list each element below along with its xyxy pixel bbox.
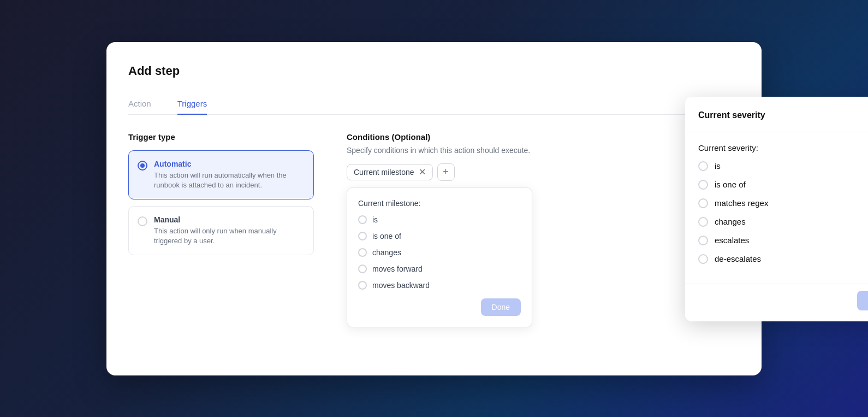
trigger-type-title: Trigger type xyxy=(128,132,314,142)
severity-option-changes[interactable]: changes xyxy=(698,217,868,227)
severity-option-de-escalates[interactable]: de-escalates xyxy=(698,254,868,264)
severity-matches-regex-label: matches regex xyxy=(715,198,768,208)
severity-popup: Current severity ✕ Current severity: is … xyxy=(685,97,868,321)
milestone-option-is[interactable]: is xyxy=(358,215,521,224)
severity-option-escalates[interactable]: escalates xyxy=(698,236,868,245)
radio-manual xyxy=(138,216,147,226)
severity-radio-is-one-of xyxy=(698,180,708,190)
condition-tag-milestone[interactable]: Current milestone ✕ xyxy=(347,164,433,180)
conditions-desc: Specify conditions in which this action … xyxy=(347,146,740,155)
content-area: Trigger type Automatic This action will … xyxy=(128,132,740,327)
trigger-manual-label: Manual xyxy=(154,215,305,224)
conditions-section: Conditions (Optional) Specify conditions… xyxy=(347,132,740,327)
radio-is-one-of xyxy=(358,232,367,240)
condition-popup: Current milestone: is is one of changes … xyxy=(347,187,532,327)
option-moves-backward-label: moves backward xyxy=(372,281,430,290)
severity-option-matches-regex[interactable]: matches regex xyxy=(698,198,868,208)
severity-footer: Done xyxy=(685,284,868,321)
radio-moves-forward xyxy=(358,265,367,273)
severity-option-is-one-of[interactable]: is one of xyxy=(698,180,868,190)
add-icon: + xyxy=(443,166,449,178)
severity-popup-title: Current severity xyxy=(698,110,868,120)
severity-radio-changes xyxy=(698,217,708,227)
severity-radio-escalates xyxy=(698,236,708,245)
main-dialog: Add step Action Triggers Trigger type Au… xyxy=(106,42,762,375)
severity-body: Current severity: is is one of matches r… xyxy=(685,132,868,284)
trigger-section: Trigger type Automatic This action will … xyxy=(128,132,314,327)
milestone-option-moves-backward[interactable]: moves backward xyxy=(358,281,521,290)
severity-changes-label: changes xyxy=(715,217,746,226)
severity-label: Current severity: xyxy=(698,143,868,152)
trigger-manual-content: Manual This action will only run when ma… xyxy=(154,215,305,246)
severity-radio-is xyxy=(698,161,708,171)
trigger-automatic-content: Automatic This action will run automatic… xyxy=(154,160,305,190)
severity-de-escalates-label: de-escalates xyxy=(715,254,761,263)
severity-done-button[interactable]: Done xyxy=(857,291,868,310)
trigger-option-manual[interactable]: Manual This action will only run when ma… xyxy=(128,206,314,255)
trigger-option-automatic[interactable]: Automatic This action will run automatic… xyxy=(128,150,314,199)
severity-header: Current severity ✕ xyxy=(685,97,868,132)
severity-is-label: is xyxy=(715,161,721,171)
tag-close-icon[interactable]: ✕ xyxy=(419,168,426,177)
trigger-automatic-label: Automatic xyxy=(154,160,305,168)
option-is-label: is xyxy=(372,215,378,224)
tabs-bar: Action Triggers xyxy=(128,93,740,115)
condition-tag-label: Current milestone xyxy=(354,168,414,177)
popup-heading: Current milestone: xyxy=(358,199,521,208)
trigger-manual-desc: This action will only run when manually … xyxy=(154,226,305,246)
radio-is xyxy=(358,215,367,224)
condition-tags: Current milestone ✕ + xyxy=(347,163,740,181)
popup-done-button[interactable]: Done xyxy=(481,298,521,316)
tab-triggers[interactable]: Triggers xyxy=(177,93,207,115)
milestone-option-is-one-of[interactable]: is one of xyxy=(358,232,521,240)
conditions-title: Conditions (Optional) xyxy=(347,132,740,142)
option-changes-label: changes xyxy=(372,248,401,257)
severity-escalates-label: escalates xyxy=(715,236,749,245)
tab-action[interactable]: Action xyxy=(128,93,151,115)
severity-radio-matches-regex xyxy=(698,198,708,208)
severity-radio-de-escalates xyxy=(698,254,708,264)
tag-add-button[interactable]: + xyxy=(437,163,455,181)
popup-done-row: Done xyxy=(358,298,521,316)
trigger-automatic-desc: This action will run automatically when … xyxy=(154,171,305,190)
dialog-title: Add step xyxy=(128,64,740,78)
milestone-option-changes[interactable]: changes xyxy=(358,248,521,257)
severity-is-one-of-label: is one of xyxy=(715,180,746,189)
option-moves-forward-label: moves forward xyxy=(372,265,423,273)
severity-option-is[interactable]: is xyxy=(698,161,868,171)
option-is-one-of-label: is one of xyxy=(372,232,401,240)
radio-automatic xyxy=(138,161,147,171)
radio-moves-backward xyxy=(358,281,367,290)
radio-changes xyxy=(358,248,367,257)
milestone-option-moves-forward[interactable]: moves forward xyxy=(358,265,521,273)
